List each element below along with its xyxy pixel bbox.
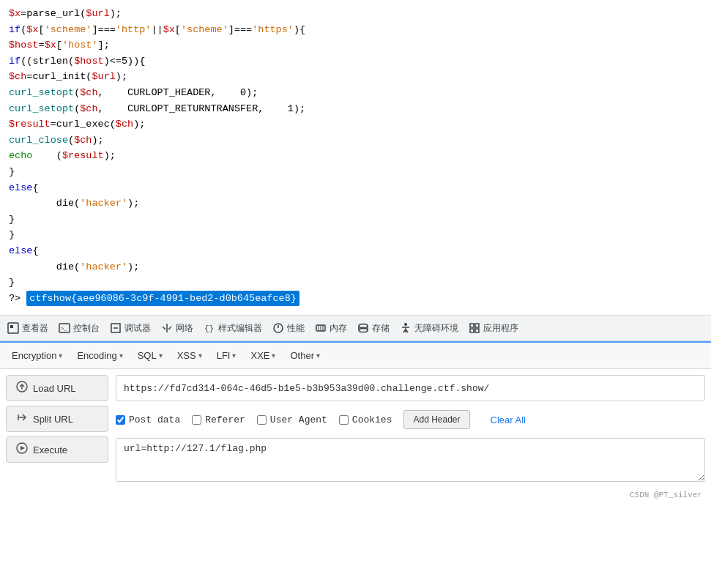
load-url-icon — [15, 380, 29, 396]
svg-point-20 — [404, 323, 407, 326]
code-line: } — [9, 212, 702, 228]
hackbar: Encryption ▾ Encoding ▾ SQL ▾ XSS ▾ LFI … — [0, 341, 711, 488]
toolbar-style-editor[interactable]: {} 样式编辑器 — [199, 319, 267, 338]
load-url-label: Load URL — [33, 383, 76, 394]
chevron-down-icon: ▾ — [316, 351, 320, 360]
user-agent-checkbox[interactable] — [257, 415, 267, 425]
hackbar-main: Post data Referer User Agent Cookies Add… — [116, 375, 705, 482]
hackbar-menu: Encryption ▾ Encoding ▾ SQL ▾ XSS ▾ LFI … — [0, 343, 711, 369]
menu-xss[interactable]: XSS ▾ — [171, 347, 208, 364]
user-agent-checkbox-label[interactable]: User Agent — [257, 414, 327, 425]
split-url-label: Split URL — [33, 414, 73, 425]
toolbar-style-editor-label: 样式编辑器 — [218, 322, 262, 335]
url-input[interactable] — [116, 375, 705, 401]
user-agent-label: User Agent — [270, 414, 327, 425]
referer-label: Referer — [205, 414, 245, 425]
code-line: die('hacker'); — [9, 259, 702, 275]
split-url-button[interactable]: Split URL — [6, 406, 108, 432]
toolbar-memory-label: 内存 — [330, 322, 347, 335]
svg-rect-1 — [10, 325, 13, 328]
code-line: curl_setopt($ch, CURLOPT_RETURNTRANSFER,… — [9, 101, 702, 117]
toolbar-storage-label: 存储 — [372, 322, 390, 335]
toolbar-network-label: 网络 — [176, 322, 193, 335]
add-header-button[interactable]: Add Header — [403, 410, 469, 429]
toolbar-inspect-label: 查看器 — [22, 322, 48, 335]
split-url-icon — [15, 411, 29, 427]
cookies-label: Cookies — [352, 414, 392, 425]
hackbar-body: Load URL Split URL Execute Pos — [0, 369, 711, 488]
style-editor-icon: {} — [204, 322, 215, 334]
toolbar-performance[interactable]: 性能 — [268, 319, 309, 338]
toolbar-apps[interactable]: 应用程序 — [464, 319, 523, 338]
svg-rect-28 — [475, 329, 479, 332]
code-line: $result=curl_exec($ch); — [9, 116, 702, 133]
menu-sql[interactable]: SQL ▾ — [132, 347, 168, 364]
code-line: else{ — [9, 243, 702, 259]
code-line: $host=$x['host']; — [9, 37, 702, 53]
post-data-checkbox-label[interactable]: Post data — [116, 414, 180, 425]
code-line: else{ — [9, 180, 702, 196]
post-data-checkbox[interactable] — [116, 415, 125, 425]
footer-credit: CSDN @PT_silver — [630, 491, 702, 499]
toolbar-inspect[interactable]: 查看器 — [3, 319, 53, 338]
cookies-checkbox[interactable] — [339, 415, 349, 425]
toolbar-apps-label: 应用程序 — [483, 322, 518, 335]
code-line: if($x['scheme']==='http'||$x['scheme']==… — [9, 22, 702, 38]
code-line: $x=parse_url($url); — [9, 6, 702, 22]
code-line: ?> ctfshow{aee96086-3c9f-4991-bed2-d0b64… — [9, 291, 702, 307]
svg-rect-25 — [470, 324, 474, 327]
checkboxes-row: Post data Referer User Agent Cookies Add… — [116, 407, 705, 432]
clear-all-button[interactable]: Clear All — [482, 411, 535, 429]
chevron-down-icon: ▾ — [119, 351, 123, 360]
devtools-toolbar: 查看器 >_ 控制台 调试器 网络 {} 样式编辑器 性能 内存 — [0, 315, 711, 341]
toolbar-accessibility[interactable]: 无障碍环境 — [395, 319, 463, 338]
cookies-checkbox-label[interactable]: Cookies — [339, 414, 392, 425]
svg-text:>_: >_ — [61, 326, 67, 332]
toolbar-storage[interactable]: 存储 — [353, 319, 394, 338]
svg-line-7 — [163, 327, 165, 330]
debugger-icon — [110, 322, 122, 334]
code-line: die('hacker'); — [9, 196, 702, 212]
hackbar-sidebar: Load URL Split URL Execute — [6, 375, 108, 482]
post-data-label: Post data — [129, 414, 180, 425]
apps-icon — [469, 322, 480, 334]
referer-checkbox-label[interactable]: Referer — [192, 414, 245, 425]
network-icon — [161, 322, 173, 334]
menu-encryption[interactable]: Encryption ▾ — [6, 347, 68, 364]
chevron-down-icon: ▾ — [272, 351, 275, 360]
toolbar-console-label: 控制台 — [73, 322, 100, 335]
code-line: } — [9, 275, 702, 291]
chevron-down-icon: ▾ — [159, 351, 163, 360]
toolbar-performance-label: 性能 — [287, 322, 305, 335]
post-data-textarea[interactable] — [116, 438, 705, 482]
svg-marker-34 — [21, 446, 25, 450]
svg-text:{}: {} — [204, 324, 214, 333]
svg-point-19 — [359, 329, 368, 332]
toolbar-network[interactable]: 网络 — [157, 319, 198, 338]
inspect-icon — [7, 322, 19, 334]
footer: CSDN @PT_silver — [0, 488, 711, 502]
referer-checkbox[interactable] — [192, 415, 201, 425]
memory-icon — [315, 322, 327, 334]
menu-other[interactable]: Other ▾ — [284, 347, 326, 364]
code-line: $ch=curl_init($url); — [9, 69, 702, 85]
toolbar-console[interactable]: >_ 控制台 — [54, 319, 104, 338]
code-line: if((strlen($host)<=5)){ — [9, 53, 702, 70]
execute-label: Execute — [33, 444, 67, 455]
code-line: echo ($result); — [9, 148, 702, 164]
code-line: curl_close($ch); — [9, 133, 702, 149]
accessibility-icon — [400, 322, 412, 334]
svg-rect-26 — [475, 324, 479, 327]
menu-encoding[interactable]: Encoding ▾ — [71, 347, 128, 364]
menu-lfi[interactable]: LFI ▾ — [211, 347, 242, 364]
toolbar-memory[interactable]: 内存 — [310, 319, 351, 338]
load-url-button[interactable]: Load URL — [6, 375, 108, 401]
code-line: } — [9, 164, 702, 180]
toolbar-debugger[interactable]: 调试器 — [105, 319, 155, 338]
svg-point-16 — [359, 324, 368, 328]
execute-button[interactable]: Execute — [6, 436, 108, 463]
performance-icon — [272, 322, 284, 334]
svg-line-8 — [168, 327, 171, 330]
chevron-down-icon: ▾ — [198, 351, 202, 360]
menu-xxe[interactable]: XXE ▾ — [245, 347, 281, 364]
